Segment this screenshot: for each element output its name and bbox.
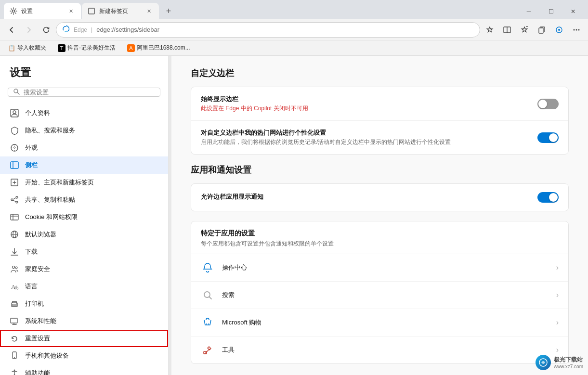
minimize-button[interactable]: ─	[518, 4, 540, 19]
tools-chevron-icon: ›	[556, 346, 559, 354]
edge-copilot-button[interactable]	[551, 22, 567, 38]
search-icon	[13, 88, 20, 96]
svg-point-21	[16, 201, 18, 203]
settings-row-personalize: 对自定义边栏中我的热门网站进行个性化设置 启用此功能后，我们将根据你的浏览历史记…	[191, 121, 568, 154]
bookmark-tiktok[interactable]: T 抖音-记录美好生活	[54, 43, 119, 53]
sidebar-item-downloads[interactable]: 下载	[0, 243, 168, 260]
tabs-bar: 设置 ✕ 新建标签页 ✕ + ─ ☐ ✕	[0, 0, 588, 19]
app-item-shopping[interactable]: Microsoft 购物 ›	[191, 309, 568, 336]
tools-icon	[201, 343, 214, 357]
address-pipe: |	[91, 26, 92, 33]
bookmark-import-icon: 📋	[8, 44, 15, 52]
app-item-action-center[interactable]: 操作中心 ›	[191, 254, 568, 281]
sidebar-item-phone[interactable]: 手机和其他设备	[0, 347, 168, 364]
settings-row-personalize-desc: 启用此功能后，我们将根据你的浏览历史记录/活动对自定义边栏中显示的热门网站进行个…	[201, 138, 537, 146]
settings-card-app-specific: 特定于应用的设置 每个应用都包含可设置并包含通知和权限的单个设置 操作中心 ›	[191, 221, 569, 364]
sidebar-item-privacy[interactable]: 隐私、搜索和服务	[0, 122, 168, 139]
settings-sidebar: 设置 个人资料 隐私、搜索和服务	[0, 56, 169, 375]
sidebar-item-printer[interactable]: 打印机	[0, 295, 168, 312]
svg-point-15	[11, 144, 18, 151]
main-content: 设置 个人资料 隐私、搜索和服务	[0, 56, 588, 375]
svg-point-20	[11, 199, 13, 201]
search-app-icon	[201, 288, 214, 302]
sidebar-item-downloads-label: 下载	[25, 247, 38, 256]
sidebar-item-default-browser-label: 默认浏览器	[25, 230, 56, 239]
start-icon	[10, 178, 19, 187]
app-item-search-title: 搜索	[222, 291, 556, 299]
sidebar-item-system[interactable]: 系统和性能	[0, 312, 168, 330]
maximize-button[interactable]: ☐	[540, 4, 562, 19]
bookmark-tiktok-icon: T	[58, 44, 65, 52]
svg-point-35	[16, 303, 17, 304]
sidebar-item-accessibility[interactable]: 辅助功能	[0, 364, 168, 375]
favorites-list-button[interactable]	[517, 22, 532, 38]
app-item-search[interactable]: 搜索 ›	[191, 281, 568, 309]
app-item-action-center-title: 操作中心	[222, 263, 556, 272]
toggle-personalize-knob	[549, 133, 558, 142]
app-item-tools[interactable]: 工具 ›	[191, 336, 568, 363]
sidebar-item-family[interactable]: 家庭安全	[0, 260, 168, 278]
bookmark-import-label: 导入收藏夹	[17, 44, 46, 52]
search-box[interactable]	[8, 88, 160, 97]
settings-row-always-show-info: 始终显示边栏 此设置在 Edge 中的 Copilot 关闭时不可用	[201, 95, 537, 113]
favorites-button[interactable]	[482, 22, 497, 38]
sidebar-item-default-browser[interactable]: 默认浏览器	[0, 226, 168, 243]
toggle-allow-notifications-knob	[549, 193, 558, 202]
search-chevron-icon: ›	[556, 291, 559, 299]
address-url: edge://settings/sidebar	[96, 26, 474, 33]
sidebar-item-start[interactable]: 开始、主页和新建标签页	[0, 174, 168, 191]
forward-button[interactable]	[21, 22, 37, 38]
refresh-button[interactable]	[39, 22, 54, 38]
sidebar-item-printer-label: 打印机	[25, 299, 44, 308]
sidebar-item-appearance[interactable]: 外观	[0, 139, 168, 156]
watermark: 极光下载站 www.xz7.com	[536, 355, 583, 370]
tab-newtab-title: 新建标签页	[99, 7, 141, 15]
tab-newtab[interactable]: 新建标签页 ✕	[82, 3, 159, 19]
toggle-personalize[interactable]	[537, 132, 559, 143]
app-section-title: 特定于应用的设置	[201, 229, 559, 240]
language-icon: Aあ	[10, 282, 19, 291]
back-button[interactable]	[4, 22, 19, 38]
sidebar-item-accessibility-label: 辅助功能	[25, 369, 50, 375]
sidebar-item-share[interactable]: 共享、复制和粘贴	[0, 191, 168, 208]
settings-content: 自定义边栏 始终显示边栏 此设置在 Edge 中的 Copilot 关闭时不可用…	[171, 56, 588, 375]
sidebar-item-language[interactable]: Aあ 语言	[0, 278, 168, 295]
svg-point-30	[15, 267, 17, 269]
svg-point-19	[16, 196, 18, 198]
action-center-chevron-icon: ›	[556, 263, 559, 272]
tab-settings-title: 设置	[21, 7, 63, 15]
settings-row-always-show-title: 始终显示边栏	[201, 95, 537, 103]
tab-newtab-close[interactable]: ✕	[144, 7, 153, 15]
settings-row-allow-notifications-title: 允许边栏应用显示通知	[201, 193, 537, 201]
svg-rect-16	[11, 162, 18, 168]
toggle-always-show[interactable]	[537, 99, 559, 109]
sidebar-item-sidebar-label: 侧栏	[25, 161, 38, 169]
svg-rect-22	[11, 214, 18, 220]
address-bar[interactable]: Edge | edge://settings/sidebar	[56, 22, 480, 38]
svg-point-44	[206, 323, 207, 324]
collections-button[interactable]	[534, 22, 549, 38]
sidebar-item-language-label: 语言	[25, 282, 38, 291]
tab-settings-icon	[10, 7, 17, 15]
tab-settings[interactable]: 设置 ✕	[4, 3, 81, 19]
bookmark-alibaba[interactable]: A 阿里巴巴1688.com...	[123, 43, 194, 53]
action-center-icon	[201, 261, 214, 274]
close-button[interactable]: ✕	[562, 4, 584, 19]
toggle-allow-notifications[interactable]	[537, 192, 559, 203]
sidebar-item-cookies[interactable]: Cookie 和网站权限	[0, 208, 168, 226]
sidebar-item-profile[interactable]: 个人资料	[0, 104, 168, 122]
bookmark-import[interactable]: 📋 导入收藏夹	[4, 43, 50, 53]
svg-point-14	[13, 111, 16, 114]
split-screen-button[interactable]	[499, 22, 515, 38]
svg-line-43	[209, 297, 212, 299]
sidebar-item-reset[interactable]: 重置设置	[0, 330, 168, 347]
more-button[interactable]	[569, 22, 584, 38]
shopping-icon	[201, 316, 214, 329]
tab-newtab-icon	[88, 7, 95, 15]
sidebar-item-sidebar[interactable]: 侧栏	[0, 156, 168, 174]
app-item-shopping-title: Microsoft 购物	[222, 318, 556, 327]
new-tab-button[interactable]: +	[162, 4, 175, 18]
search-input[interactable]	[24, 89, 155, 96]
tab-settings-close[interactable]: ✕	[66, 7, 75, 15]
sidebar-item-system-label: 系统和性能	[25, 317, 56, 325]
